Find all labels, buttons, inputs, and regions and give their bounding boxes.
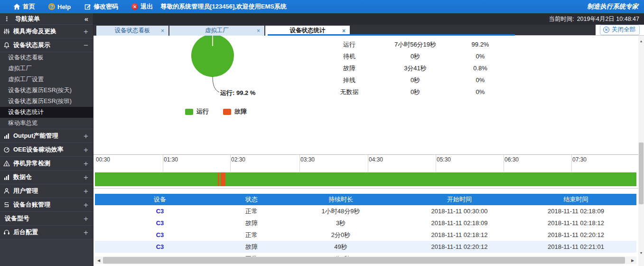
device-link[interactable]: C3 bbox=[95, 219, 225, 227]
legend-item-run[interactable]: 运行 bbox=[185, 107, 209, 116]
sidebar-group-label: 模具寿命及更换 bbox=[13, 27, 56, 36]
device-link[interactable]: C3 bbox=[95, 208, 225, 215]
expand-plus-icon[interactable]: + bbox=[84, 228, 88, 237]
sidebar-item-esr-by-day[interactable]: 设备状态履历ESR(按天) bbox=[0, 85, 93, 96]
table-row[interactable]: C3 正常 1小时48分9秒 2018-11-11 00:30:00 2018-… bbox=[95, 205, 636, 217]
welcome-message: 尊敬的系统管理员[123456],欢迎使用EMS系统 bbox=[160, 2, 287, 11]
collapse-minus-icon[interactable]: − bbox=[84, 41, 88, 49]
tab-virtual-factory[interactable]: 虚拟工厂 × bbox=[169, 26, 264, 36]
sidebar-group-device-model[interactable]: 设备型号 + bbox=[0, 212, 93, 226]
timeline-gridline bbox=[299, 155, 300, 172]
sidebar-group-ledger[interactable]: 设备台账管理 + bbox=[0, 198, 93, 212]
sidebar-group-device-status[interactable]: 设备状态展示 − bbox=[0, 38, 93, 52]
sidebar-header: ⋮ 导航菜单 « bbox=[0, 13, 93, 25]
sidebar-group-mold-life[interactable]: 模具寿命及更换 + bbox=[0, 25, 93, 38]
table-row[interactable]: C3 正常 2分0秒 2018-11-11 02:18:12 2018-11-1… bbox=[95, 229, 636, 241]
vertical-scrollbar[interactable]: ▲ ▼ bbox=[638, 36, 644, 266]
legend-item-fault[interactable]: 故障 bbox=[223, 107, 247, 116]
sidebar-group-data-warehouse[interactable]: 数据仓 + bbox=[0, 171, 93, 184]
logout-button[interactable]: ✕ 退出 bbox=[125, 0, 159, 13]
home-button[interactable]: 首页 bbox=[0, 0, 42, 13]
device-link[interactable]: C3 bbox=[95, 231, 225, 238]
fault-segment[interactable] bbox=[218, 172, 219, 186]
change-password-button[interactable]: 修改密码 bbox=[77, 0, 125, 13]
timeline-gridline bbox=[163, 155, 163, 172]
table-header-row: 设备 状态 持续时长 开始时间 结束时间 bbox=[95, 194, 636, 205]
expand-plus-icon[interactable]: + bbox=[84, 201, 88, 209]
timeline-gridline bbox=[368, 155, 368, 172]
expand-plus-icon[interactable]: + bbox=[84, 146, 88, 154]
expand-plus-icon[interactable]: + bbox=[84, 28, 88, 36]
expand-plus-icon[interactable]: + bbox=[84, 160, 88, 168]
warning-triangle-icon bbox=[3, 160, 10, 167]
change-password-label: 修改密码 bbox=[93, 2, 118, 11]
fault-segment[interactable] bbox=[221, 172, 225, 186]
sidebar-group-oee[interactable]: OEE设备稼动效率 + bbox=[0, 143, 93, 157]
close-all-label: 关闭全部 bbox=[612, 26, 635, 34]
sidebar-item-device-status-board[interactable]: 设备状态看板 bbox=[0, 52, 93, 63]
tab-close-icon[interactable]: × bbox=[161, 28, 164, 34]
summary-row: 无数据 0秒 0% bbox=[321, 86, 507, 98]
legend-swatch-green bbox=[185, 109, 193, 115]
expand-plus-icon[interactable]: + bbox=[84, 187, 88, 195]
table-row-selected[interactable]: C3 故障 49秒 2018-11-11 02:20:12 2018-11-11… bbox=[95, 241, 636, 253]
sidebar-group-downtime[interactable]: 停机异常检测 + bbox=[0, 157, 93, 171]
sidebar-item-esr-by-shift[interactable]: 设备状态履历ESR(按班) bbox=[0, 96, 93, 107]
start-cell: 2018-11-11 02:18:12 bbox=[403, 231, 515, 238]
column-header-start[interactable]: 开始时间 bbox=[403, 195, 515, 204]
pie-callout-label: 运行: 99.2 % bbox=[220, 89, 255, 97]
horizontal-scrollbar[interactable]: ◀ ▶ bbox=[95, 256, 636, 264]
current-time-bar: 当前时间: 2019年4月2日 10:48:47 bbox=[93, 13, 644, 25]
timeline-tick: 00:30 bbox=[96, 156, 110, 163]
state-percent: 0% bbox=[453, 76, 507, 84]
sidebar-group-users[interactable]: 用户管理 + bbox=[0, 184, 93, 198]
close-all-tabs-button[interactable]: ✕ 关闭全部 bbox=[600, 25, 640, 35]
sidebar-title: 导航菜单 bbox=[15, 15, 40, 23]
state-duration: 0秒 bbox=[377, 76, 453, 85]
table-row[interactable]: C3 故障 3秒 2018-11-11 02:18:09 2018-11-11 … bbox=[95, 217, 636, 229]
column-header-end[interactable]: 结束时间 bbox=[515, 195, 636, 204]
state-name: 无数据 bbox=[321, 88, 377, 96]
help-button[interactable]: ? Help bbox=[42, 0, 77, 13]
horizontal-scrollbar-thumb[interactable] bbox=[103, 257, 625, 264]
column-header-duration[interactable]: 持续时长 bbox=[278, 195, 403, 204]
sidebar-item-device-status-statistics[interactable]: 设备状态统计 bbox=[0, 107, 93, 118]
tab-close-icon[interactable]: × bbox=[342, 28, 345, 34]
expand-plus-icon[interactable]: + bbox=[84, 215, 88, 223]
sidebar-item-virtual-factory-settings[interactable]: 虚拟工厂设置 bbox=[0, 74, 93, 85]
duration-cell: 2分0秒 bbox=[278, 231, 403, 239]
scroll-left-icon[interactable]: ◀ bbox=[95, 256, 103, 264]
tab-device-status-board[interactable]: 设备状态看板 × bbox=[96, 26, 168, 36]
tab-close-icon[interactable]: × bbox=[257, 28, 260, 34]
state-cell: 故障 bbox=[225, 243, 278, 251]
expand-plus-icon[interactable]: + bbox=[84, 132, 88, 140]
scroll-up-icon[interactable]: ▲ bbox=[638, 38, 644, 44]
status-pie-chart[interactable] bbox=[191, 36, 234, 77]
timeline-gridline bbox=[504, 155, 504, 172]
sidebar-item-virtual-factory[interactable]: 虚拟工厂 bbox=[0, 63, 93, 74]
status-timeline-bar[interactable] bbox=[95, 172, 636, 186]
vertical-scrollbar-thumb[interactable] bbox=[639, 142, 644, 204]
end-cell: 2018-11-11 02:18:12 bbox=[515, 219, 636, 227]
summary-row: 待机 0秒 0% bbox=[321, 50, 507, 62]
state-name: 待机 bbox=[321, 52, 377, 61]
sidebar-collapse-icon[interactable]: « bbox=[84, 15, 88, 23]
column-header-state[interactable]: 状态 bbox=[225, 195, 278, 204]
sidebar-item-utilization-overview[interactable]: 稼动率总览 bbox=[0, 118, 93, 129]
sidebar-group-label: 数据仓 bbox=[13, 173, 32, 181]
sidebar-group-output[interactable]: Output产能管理 + bbox=[0, 129, 93, 143]
timeline-tick: 03:30 bbox=[300, 156, 315, 163]
column-header-device[interactable]: 设备 bbox=[95, 195, 225, 204]
device-link[interactable]: C3 bbox=[95, 243, 225, 250]
scroll-right-icon[interactable]: ▶ bbox=[629, 256, 636, 264]
sidebar-group-backend-config[interactable]: 后台配置 + bbox=[0, 226, 93, 239]
legend-swatch-orange bbox=[223, 109, 231, 115]
sidebar-group-label: Output产能管理 bbox=[13, 132, 58, 140]
sidebar-group-label: 停机异常检测 bbox=[13, 159, 50, 168]
bar-chart-icon bbox=[3, 133, 10, 139]
current-time-label: 当前时间: bbox=[549, 15, 574, 23]
sliders-icon bbox=[3, 28, 10, 35]
expand-plus-icon[interactable]: + bbox=[84, 173, 88, 181]
scroll-down-icon[interactable]: ▼ bbox=[638, 249, 644, 256]
sidebar-footer-area bbox=[0, 239, 93, 266]
